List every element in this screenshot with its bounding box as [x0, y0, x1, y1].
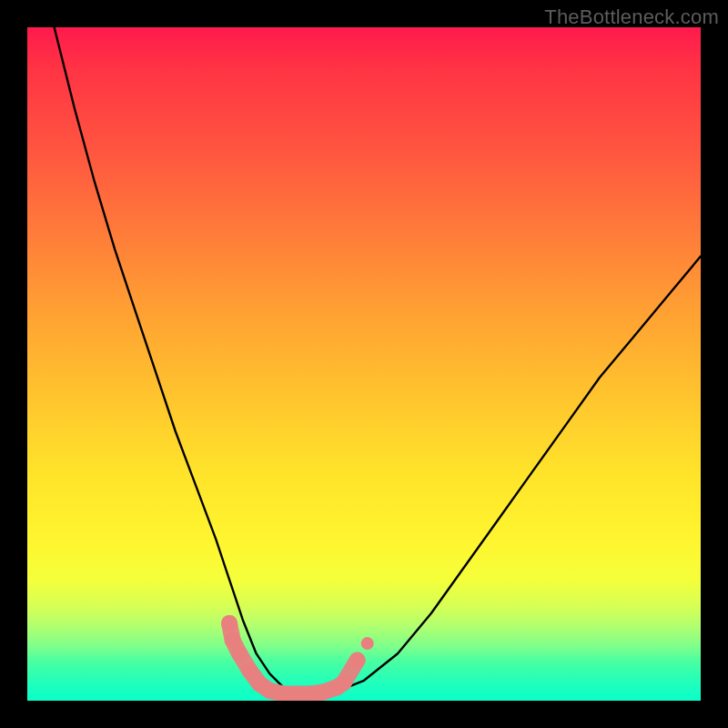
outer-frame: TheBottleneck.com: [0, 0, 728, 728]
plot-area: [27, 27, 701, 701]
marker-dot: [349, 652, 366, 669]
marker-dot: [241, 662, 258, 679]
marker-dot: [221, 615, 238, 632]
marker-dot: [361, 637, 374, 650]
marker-dot: [231, 645, 248, 662]
marker-dot: [336, 674, 352, 691]
bottleneck-curve-path: [55, 27, 701, 694]
curve-svg: [27, 27, 701, 701]
watermark-text: TheBottleneck.com: [544, 5, 719, 29]
curve-markers: [221, 615, 374, 701]
bottleneck-curve: [55, 27, 701, 694]
